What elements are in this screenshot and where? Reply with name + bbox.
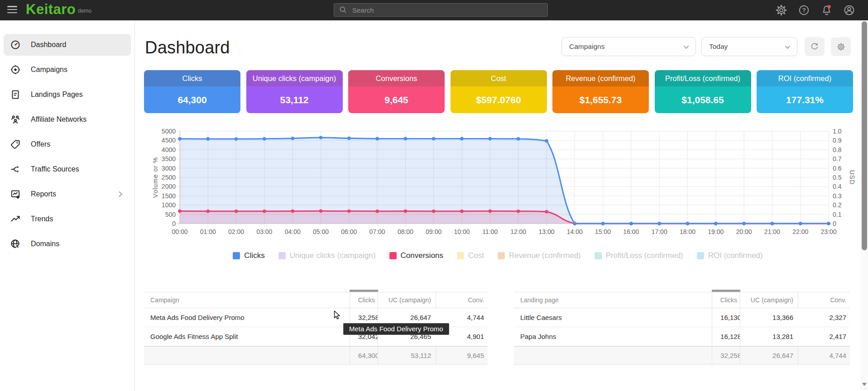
- scrollbar[interactable]: [861, 20, 868, 391]
- stat-card-roi-confirmed: ROI (confirmed)177.31%: [757, 70, 853, 113]
- svg-text:3500: 3500: [162, 155, 176, 162]
- sidebar-item-dashboard[interactable]: Dashboard: [4, 34, 131, 56]
- table-row[interactable]: Papa Johns16,12813,2812,417: [514, 327, 850, 346]
- column-header[interactable]: Landing page: [514, 292, 712, 308]
- stat-card-label: Unique clicks (campaign): [246, 70, 343, 86]
- legend-swatch: [278, 252, 286, 259]
- svg-text:0.5: 0.5: [833, 174, 842, 181]
- legend-item-cost[interactable]: Cost: [457, 251, 484, 260]
- sidebar-item-offers[interactable]: s Offers: [4, 134, 131, 155]
- legend-item-unique-clicks-campaign[interactable]: Unique clicks (campaign): [278, 251, 376, 260]
- scrollbar-thumb[interactable]: [862, 21, 867, 250]
- stat-card-label: Revenue (confirmed): [552, 70, 649, 86]
- table-row[interactable]: Little Caesars16,13013,3662,327: [514, 308, 850, 327]
- sidebar-item-landings-pages[interactable]: Landings Pages: [4, 84, 131, 105]
- affiliate-networks-icon: [10, 114, 21, 125]
- column-header[interactable]: Campaign: [144, 292, 350, 308]
- table-totals-row: 64,30053,1129,645: [144, 346, 488, 365]
- logo[interactable]: Keitaro: [26, 1, 76, 18]
- column-header[interactable]: UC (campaign): [378, 292, 436, 308]
- dashboard-settings-button[interactable]: [831, 37, 851, 56]
- menu-icon[interactable]: [7, 6, 17, 15]
- settings-icon[interactable]: [775, 4, 787, 16]
- date-range-select[interactable]: Today: [701, 37, 797, 56]
- table-header-row[interactable]: Landing pageClicksUC (campaign)Conv.: [514, 292, 850, 308]
- column-header[interactable]: Conv.: [798, 292, 850, 308]
- sidebar-item-label: Landings Pages: [31, 91, 83, 99]
- campaigns-filter-select[interactable]: Campaigns: [561, 37, 696, 56]
- stat-card-value: 9,645: [348, 86, 445, 113]
- table-cell: 13,281: [740, 327, 798, 346]
- stat-card-label: Clicks: [144, 70, 240, 86]
- table-cell: Papa Johns: [514, 327, 712, 346]
- search-input[interactable]: [352, 6, 543, 14]
- sidebar-item-reports[interactable]: Reports: [4, 183, 131, 205]
- legend-item-roi-confirmed[interactable]: ROI (confirmed): [697, 251, 763, 260]
- svg-text:0: 0: [833, 220, 836, 227]
- svg-text:18:00: 18:00: [680, 228, 695, 235]
- stat-card-label: Profit/Loss (confirmed): [655, 70, 751, 86]
- svg-text:13:00: 13:00: [538, 228, 554, 235]
- table-cell: 53,112: [378, 347, 436, 364]
- refresh-button[interactable]: [805, 37, 825, 56]
- help-icon[interactable]: ?: [798, 4, 810, 16]
- svg-text:0.6: 0.6: [833, 165, 842, 172]
- stat-card-unique-clicks-campaign: Unique clicks (campaign)53,112: [246, 70, 343, 113]
- svg-text:1.0: 1.0: [833, 128, 842, 135]
- column-header[interactable]: Clicks: [712, 292, 740, 308]
- sidebar-item-trends[interactable]: Trends: [4, 208, 131, 230]
- legend-label: Clicks: [244, 251, 264, 260]
- svg-text:3000: 3000: [162, 165, 176, 172]
- stat-card-value: $1,058.65: [655, 86, 751, 113]
- table-cell: 16,130: [712, 308, 740, 327]
- sidebar-item-campaigns[interactable]: Campaigns: [4, 59, 131, 81]
- page-title: Dashboard: [145, 38, 230, 57]
- column-header[interactable]: Clicks: [350, 292, 378, 308]
- sidebar-item-affiliate-networks[interactable]: Affiliate Networks: [4, 109, 131, 130]
- legend-swatch: [595, 252, 602, 259]
- notification-badge: [827, 5, 830, 8]
- scrollbar-down-arrow[interactable]: [862, 383, 867, 386]
- svg-text:0.3: 0.3: [833, 192, 842, 200]
- legend-item-revenue-confirmed[interactable]: Revenue (confirmed): [498, 251, 581, 260]
- legend-item-profit-loss-confirmed[interactable]: Profit/Loss (confirmed): [595, 251, 683, 260]
- table-cell: Google Ads Fitness App Split: [144, 327, 350, 346]
- chevron-down-icon: [785, 45, 791, 49]
- legend-item-conversions[interactable]: Conversions: [389, 251, 444, 260]
- column-header[interactable]: UC (campaign): [740, 292, 798, 308]
- svg-text:1000: 1000: [162, 201, 176, 209]
- legend-label: Unique clicks (campaign): [290, 251, 376, 260]
- landings-pages-icon: [10, 89, 21, 100]
- domains-icon: [10, 238, 21, 249]
- table-cell: 64,300: [350, 347, 378, 364]
- svg-text:0.2: 0.2: [833, 201, 842, 209]
- table-cell: 26,647: [740, 347, 798, 364]
- svg-text:USD: USD: [849, 170, 856, 185]
- stat-card-clicks: Clicks64,300: [144, 70, 240, 113]
- trends-icon: [10, 214, 21, 224]
- search-box[interactable]: [334, 3, 548, 17]
- svg-text:11:00: 11:00: [482, 228, 498, 235]
- svg-text:0.9: 0.9: [833, 137, 842, 144]
- sidebar-item-traffic-sources[interactable]: Traffic Sources: [4, 158, 131, 180]
- table-cell: 13,366: [740, 308, 798, 327]
- table-header-row[interactable]: CampaignClicksUC (campaign)Conv.: [144, 292, 488, 308]
- svg-text:4500: 4500: [162, 137, 176, 144]
- account-icon[interactable]: [843, 4, 855, 16]
- legend-swatch: [457, 252, 464, 259]
- svg-text:01:00: 01:00: [200, 228, 216, 235]
- column-header[interactable]: Conv.: [436, 292, 488, 308]
- svg-text:04:00: 04:00: [285, 228, 301, 235]
- svg-text:s: s: [16, 140, 18, 144]
- stat-card-value: $1,655.73: [552, 86, 649, 113]
- sidebar-item-domains[interactable]: Domains: [4, 233, 131, 255]
- legend-label: Cost: [468, 251, 484, 260]
- svg-text:?: ?: [802, 7, 806, 14]
- stat-card-conversions: Conversions9,645: [348, 70, 445, 113]
- notifications-icon[interactable]: [820, 4, 833, 16]
- legend-item-clicks[interactable]: Clicks: [233, 251, 264, 260]
- table-cell: 16,128: [712, 327, 740, 346]
- stat-card-value: 53,112: [246, 86, 343, 113]
- table-cell: [144, 347, 350, 364]
- date-range-value: Today: [709, 43, 728, 51]
